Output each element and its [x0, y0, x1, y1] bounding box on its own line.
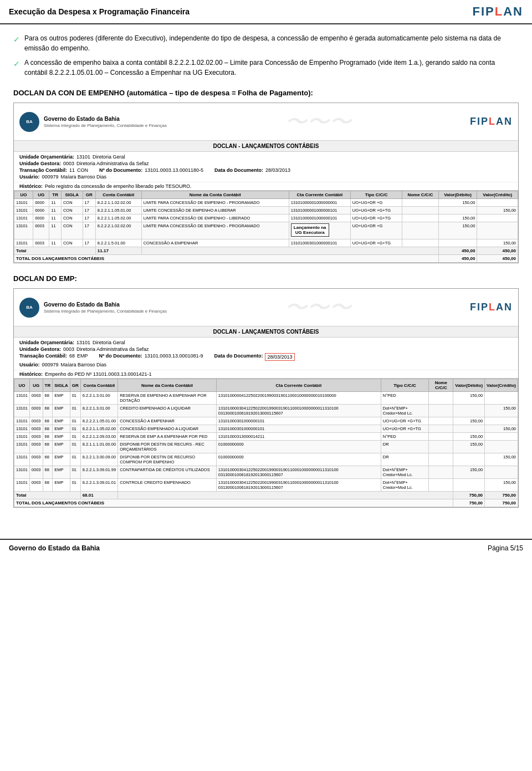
emp-col-tipo-cc: Tipo C/C/C: [381, 379, 429, 392]
emp-col-conta: Conta Contábil: [80, 379, 117, 392]
table-cell: [429, 479, 453, 492]
table-cell: 13101: [14, 199, 33, 207]
col-debito: Valor(Débito): [438, 191, 477, 199]
table-cell: [402, 239, 438, 247]
table-row: 13101000368EMP018.2.1.1.1.01.00.00DISPON…: [14, 441, 518, 453]
emp-col-sigla: SIGLA: [53, 379, 70, 392]
table-cell: 8.2.2.1.1.05.02.00: [95, 215, 141, 222]
docdate-value: 28/03/2013: [265, 167, 290, 173]
table-cell: 01: [70, 405, 80, 417]
table-cell: [438, 239, 477, 247]
docnum-label: Nº do Documento:: [99, 167, 142, 173]
usuario-name: Maíara Barroso Dias: [61, 174, 107, 180]
table-row: 13101000011CON178.2.2.1.1.05.01.00LIMITE…: [14, 207, 518, 215]
total-row: Total 11.17 450,00 450,00: [14, 247, 518, 255]
trans-label: Transação Contábil:: [19, 167, 67, 173]
table-cell: 17: [83, 239, 95, 247]
table-cell: 13101: [14, 479, 30, 492]
table-cell: 13101: [14, 207, 33, 215]
table-cell: Dot+N°EMP+ Credor+Mod Lc.: [381, 466, 429, 479]
table-cell: 1310100003041225022001990031901100010000…: [216, 405, 381, 417]
bullet-section: ✓ Para os outros poderes (diferente do E…: [13, 33, 519, 78]
table-cell: 01: [70, 466, 80, 479]
table-cell: 8.2.2.1.1.05.02.00: [80, 425, 117, 433]
watermark-area: 〜〜〜: [285, 106, 351, 137]
table-cell: [453, 425, 485, 433]
table-cell: EMP: [53, 479, 70, 492]
table-cell: EMP: [53, 433, 70, 441]
doclan-con-frame: BA Governo do Estado da Bahia Sistema In…: [13, 103, 519, 263]
doc-con-historico: Histórico: Pelo registro da concessão de…: [14, 182, 518, 191]
table-cell: [429, 405, 453, 417]
doc-con-header: BA Governo do Estado da Bahia Sistema In…: [14, 103, 518, 141]
table-cell: 150,00: [453, 417, 485, 425]
emp-ug-value: 0003: [63, 346, 74, 352]
doc-fiplan-logo-emp: FIPLAN: [470, 302, 513, 313]
table-cell: Dot+N°EMP+ Credor+Mod Lc.: [381, 405, 429, 417]
table-cell: DR: [381, 453, 429, 466]
table-cell: 68: [43, 425, 53, 433]
table-cell: 68: [43, 433, 53, 441]
table-cell: 8.2.1.1.1.01.00.00: [80, 441, 117, 453]
emp-col-cta-corrente: Cta Corrente Contábil: [216, 379, 381, 392]
doclan-emp-frame: BA Governo do Estado da Bahia Sistema In…: [13, 288, 519, 508]
table-cell: [485, 466, 518, 479]
emp-docnum-value: 13101.0003.13.0001081-9: [145, 353, 203, 361]
emp-field-ug: Unidade Gestora: 0003 Diretoria Administ…: [19, 346, 149, 352]
table-cell: [477, 222, 518, 239]
field-transacao: Transação Contábil: 11 CON: [19, 167, 88, 173]
table-cell: 8.2.2.1.1.05.01.00: [95, 207, 141, 215]
table-cell: 13101: [14, 433, 30, 441]
table-cell: 8.2.2.1.3.00.09.00: [80, 453, 117, 466]
emp-docdate-value: 28/03/2013: [265, 353, 294, 361]
table-cell: 01: [70, 441, 80, 453]
emp-meta-row-2: Unidade Gestora: 0003 Diretoria Administ…: [19, 346, 513, 352]
col-conta: Conta Contábil: [95, 191, 141, 199]
emp-col-tr: TR: [43, 379, 53, 392]
meta-row-1: Unidade Orçamentária: 13101 Diretoria Ge…: [19, 154, 513, 160]
table-cell: CONCESSÃO A EMPENHAR: [118, 417, 217, 425]
table-cell: EMP: [53, 425, 70, 433]
emp-trans-label: Transação Contábil:: [19, 353, 67, 361]
emp-meta-row-3: Transação Contábil: 68 EMP Nº do Documen…: [19, 353, 513, 361]
table-header-row: UO UG TR SIGLA GR Conta Contábil Nome da…: [14, 191, 518, 199]
table-cell: [453, 405, 485, 417]
table-cell: Dot+N°EMP+ Credor+Mod Lc.: [381, 479, 429, 492]
table-cell: [429, 417, 453, 425]
table-cell: 13101: [14, 453, 30, 466]
table-row: 13101000368EMP016.2.2.1.2.09.03.00RESERV…: [14, 433, 518, 441]
table-row: 13101000311CON178.2.2.2.1.02.02.00LIMITE…: [14, 222, 518, 239]
table-cell: 150,00: [453, 392, 485, 405]
checkmark-icon-2: ✓: [13, 58, 20, 70]
gov-logo-emp: BA: [19, 298, 39, 318]
table-cell: 11: [49, 199, 62, 207]
gov-name: Governo do Estado da Bahia: [44, 115, 167, 123]
doclan-con-heading: DOCLAN DA CON DE EMPENHO (automática – t…: [13, 89, 519, 97]
table-cell: 8.2.2.1.3.09.01.99: [80, 466, 117, 479]
doc-emp-historico: Histórico: Empenho do PED Nº 13101.0003.…: [14, 370, 518, 379]
fiplan-logo: FIPLAN: [473, 4, 523, 19]
trans-value: 11: [69, 167, 75, 173]
table-row: 13101000368EMP018.2.2.1.3.09.01.99CONTRA…: [14, 466, 518, 479]
table-row: 13101000311CON178.2.2.1.5.01.00CONCESSÃO…: [14, 239, 518, 247]
usuario-value: 000979: [42, 174, 59, 180]
field-usuario: Usuário: 000979 Maíara Barroso Dias: [19, 174, 106, 180]
emp-grand-total-row: TOTAL DOS LANÇAMENTOS CONTÁBEIS 750,00 7…: [14, 499, 518, 507]
table-cell: UO+UG+DR +G: [350, 199, 402, 207]
doc-logo-section: BA Governo do Estado da Bahia Sistema In…: [19, 112, 167, 132]
bullet-item-1: ✓ Para os outros poderes (diferente do E…: [13, 33, 519, 53]
gov-emp-name: Governo do Estado da Bahia: [44, 301, 167, 309]
table-row: 13101000368EMP018.2.2.1.3.01.00CREDITO E…: [14, 405, 518, 417]
col-uo: UO: [14, 191, 33, 199]
docnum-value: 13101.0003.13.0001180-5: [145, 167, 203, 173]
table-cell: 01: [70, 417, 80, 425]
table-row: 13101000368EMP016.2.2.1.3.01.00RESERVA D…: [14, 392, 518, 405]
field-uo: Unidade Orçamentária: 13101 Diretoria Ge…: [19, 154, 125, 160]
table-cell: 150,00: [477, 239, 518, 247]
uo-value: 13101: [76, 154, 90, 160]
emp-uo-label: Unidade Orçamentária:: [19, 340, 74, 345]
table-cell: 13101000301000000101: [289, 239, 350, 247]
table-cell: [429, 453, 453, 466]
grand-total-row: TOTAL DOS LANÇAMENTOS CONTÁBEIS 450,00 4…: [14, 255, 518, 263]
emp-field-doc-num: Nº do Documento: 13101.0003.13.0001081-9: [99, 353, 203, 361]
